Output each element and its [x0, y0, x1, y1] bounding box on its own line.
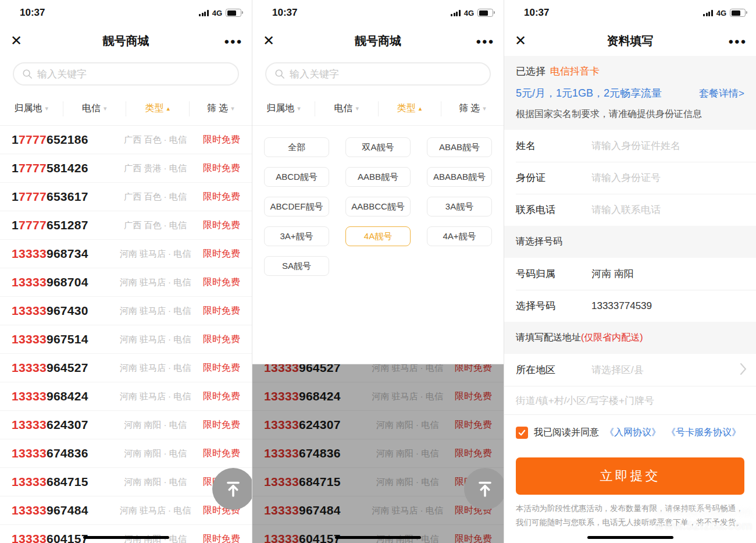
nav-bar: ✕ 靓号商城 ●●●: [0, 26, 252, 56]
number-list-item[interactable]: 13333967514 河南 驻马店 · 电信 限时免费: [0, 325, 252, 354]
category-chip[interactable]: AABB靓号: [345, 167, 411, 187]
category-chip[interactable]: ABABAB靓号: [427, 167, 492, 187]
phone-number: 17777653617: [12, 190, 108, 204]
number-list-item[interactable]: 17777652186 广西 百色 · 电信 限时免费: [0, 126, 252, 154]
filter-dropdown[interactable]: 归属地 ▾: [252, 101, 315, 116]
network-label: 4G: [212, 9, 222, 17]
more-menu-icon[interactable]: ●●●: [728, 36, 747, 46]
back-to-top-button[interactable]: [464, 468, 504, 510]
number-list-item[interactable]: 13333604157 河南 南阳 · 电信 限时免费: [0, 525, 252, 543]
number-location: 广西 百色 · 电信: [108, 220, 203, 231]
street-placeholder: 街道/镇+村/小区/写字楼+门牌号: [516, 394, 654, 407]
phone-number: 13333968734: [12, 247, 108, 261]
close-icon[interactable]: ✕: [515, 34, 526, 48]
form-field-row[interactable]: 联系电话 请输入联系电话: [504, 194, 756, 226]
category-chip[interactable]: 全部: [264, 137, 329, 157]
back-to-top-button[interactable]: [212, 468, 252, 510]
region-picker-row[interactable]: 所在地区 请选择区/县: [504, 354, 756, 386]
field-label: 所在地区: [516, 363, 591, 377]
filter-dropdown[interactable]: 归属地 ▾: [0, 101, 63, 116]
number-list-item[interactable]: 13333674836 河南 南阳 · 电信 限时免费: [0, 439, 252, 468]
free-badge: 限时免费: [203, 533, 240, 543]
free-badge: 限时免费: [203, 162, 240, 175]
phone-number: 13333967430: [12, 304, 108, 318]
filter-dropdown[interactable]: 筛 选 ▾: [190, 101, 252, 116]
more-menu-icon[interactable]: ●●●: [476, 36, 494, 46]
form-field-row[interactable]: 姓名 请输入身份证件姓名: [504, 130, 756, 162]
free-badge: 限时免费: [203, 134, 240, 146]
home-indicator: [587, 536, 673, 539]
search-input[interactable]: 输入关键字: [13, 62, 239, 86]
section-choose-number: 请选择号码: [504, 226, 756, 258]
filter-dropdown[interactable]: 电信 ▾: [315, 101, 378, 116]
category-chip[interactable]: 3A靓号: [427, 197, 492, 217]
number-list-item[interactable]: 13333968704 河南 驻马店 · 电信 限时免费: [0, 268, 252, 297]
signal-icon: [451, 10, 461, 16]
number-list-item[interactable]: 17777653617 广西 百色 · 电信 限时免费: [0, 183, 252, 211]
number-list-item[interactable]: 13333967484 河南 驻马店 · 电信 限时免费: [0, 496, 252, 525]
nav-bar: ✕ 靓号商城 ●●●: [252, 26, 504, 56]
realname-note: 根据国家实名制要求，请准确提供身份证信息: [516, 108, 744, 120]
field-placeholder: 请输入身份证号: [591, 171, 661, 184]
category-chip[interactable]: ABCDEF靓号: [264, 197, 329, 217]
field-label: 姓名: [516, 139, 591, 152]
filter-dropdown[interactable]: 电信 ▾: [63, 101, 127, 116]
filter-dropdown[interactable]: 类型 ▴: [379, 101, 441, 116]
number-list-item[interactable]: 17777651287 广西 百色 · 电信 限时免费: [0, 211, 252, 240]
selected-card-name: 电信抖音卡: [550, 66, 600, 77]
filter-dropdown[interactable]: 筛 选 ▾: [441, 101, 504, 116]
battery-icon: [730, 9, 746, 17]
number-location: 广西 百色 · 电信: [108, 191, 203, 203]
number-list-item[interactable]: 13333624307 河南 南阳 · 电信 限时免费: [0, 411, 252, 439]
category-chip[interactable]: AABBCC靓号: [345, 197, 411, 217]
free-badge: 限时免费: [203, 419, 240, 431]
search-icon: [22, 69, 33, 79]
search-input[interactable]: 输入关键字: [265, 62, 491, 86]
submit-button[interactable]: 立即提交: [516, 457, 744, 495]
form-field-row[interactable]: 身份证 请输入身份证号: [504, 162, 756, 194]
field-label: 联系电话: [516, 203, 591, 217]
phone-number: 13333624307: [12, 418, 108, 432]
number-list-item[interactable]: 13333968424 河南 驻马店 · 电信 限时免费: [0, 382, 252, 411]
field-placeholder: 请输入身份证件姓名: [591, 139, 680, 152]
more-menu-icon[interactable]: ●●●: [224, 36, 243, 46]
category-chip[interactable]: 双A靓号: [345, 137, 411, 157]
network-agreement-link[interactable]: 《入网协议》: [605, 427, 661, 439]
category-chip[interactable]: SA靓号: [264, 256, 329, 276]
number-list-item[interactable]: 13333968734 河南 驻马店 · 电信 限时免费: [0, 240, 252, 268]
close-icon[interactable]: ✕: [263, 34, 274, 48]
number-location: 广西 百色 · 电信: [108, 134, 203, 145]
nav-bar: ✕ 资料填写 ●●●: [504, 26, 756, 56]
category-chip[interactable]: ABAB靓号: [427, 137, 492, 157]
number-location: 河南 驻马店 · 电信: [108, 505, 203, 516]
category-chip[interactable]: 4A+靓号: [427, 226, 492, 246]
status-bar: 10:37 4G: [252, 0, 504, 26]
filter-dropdown[interactable]: 类型 ▴: [126, 101, 190, 116]
category-chip[interactable]: 3A+靓号: [264, 226, 329, 246]
dim-overlay[interactable]: [252, 364, 504, 543]
agreement-checkbox[interactable]: [516, 427, 528, 439]
check-icon: [518, 429, 526, 436]
number-list-item[interactable]: 13333967430 河南 驻马店 · 电信 限时免费: [0, 297, 252, 325]
category-chip[interactable]: ABCD靓号: [264, 167, 329, 187]
signal-icon: [703, 10, 713, 16]
region-placeholder: 请选择区/县: [591, 363, 644, 377]
chosen-number-row[interactable]: 选择号码 13333774539: [504, 290, 756, 322]
chevron-icon: ▾: [104, 105, 107, 112]
close-icon[interactable]: ✕: [10, 34, 22, 48]
field-placeholder: 请输入联系电话: [591, 203, 661, 217]
number-list-item[interactable]: 17777581426 广西 贵港 · 电信 限时免费: [0, 154, 252, 183]
page-title: 靓号商城: [103, 33, 149, 49]
street-address-input[interactable]: 街道/镇+村/小区/写字楼+门牌号: [504, 386, 756, 415]
category-chip[interactable]: 4A靓号: [345, 226, 411, 246]
card-service-agreement-link[interactable]: 《号卡服务协议》: [666, 427, 741, 439]
number-list-item[interactable]: 13333964527 河南 驻马店 · 电信 限时免费: [0, 354, 252, 382]
plan-details-link[interactable]: 套餐详情>: [699, 87, 744, 100]
category-chip-grid: 全部 双A靓号 ABAB靓号 ABCD靓号 AABB靓号 ABABAB靓号 AB…: [264, 137, 492, 276]
number-location: 河南 驻马店 · 电信: [108, 249, 203, 260]
network-label: 4G: [464, 9, 474, 17]
selected-plan-box: 已选择电信抖音卡 5元/月，1元1GB，2元畅享流量 套餐详情> 根据国家实名制…: [504, 56, 756, 130]
network-label: 4G: [716, 9, 726, 17]
phone-number: 13333967484: [12, 503, 108, 517]
number-location: 广西 贵港 · 电信: [108, 163, 203, 174]
